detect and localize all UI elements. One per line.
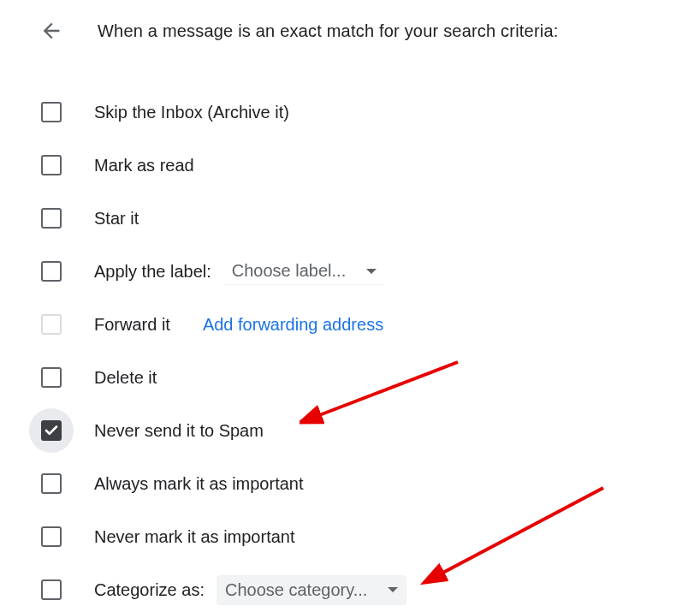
label-never-important: Never mark it as important <box>94 527 295 547</box>
checkbox-star-it[interactable] <box>39 206 63 230</box>
back-arrow-icon[interactable] <box>39 19 63 43</box>
dropdown-choose-label[interactable]: Choose label... <box>223 258 385 285</box>
label-delete-it: Delete it <box>94 368 157 388</box>
option-apply-label: Apply the label: Choose label... <box>0 245 700 298</box>
checkbox-categorize-as[interactable] <box>39 578 63 602</box>
checkbox-always-important[interactable] <box>39 472 63 496</box>
checkbox-mark-read[interactable] <box>39 153 63 177</box>
label-always-important: Always mark it as important <box>94 474 304 494</box>
option-never-important: Never mark it as important <box>0 510 700 563</box>
label-star-it: Star it <box>94 209 139 229</box>
caret-down-icon <box>388 587 398 592</box>
checkbox-never-spam[interactable] <box>39 419 63 443</box>
text-categorize-as: Categorize as: <box>94 580 205 600</box>
label-mark-read: Mark as read <box>94 156 194 175</box>
label-forward-it: Forward it Add forwarding address <box>94 315 383 335</box>
option-categorize-as: Categorize as: Choose category... <box>0 563 700 612</box>
option-never-spam: Never send it to Spam <box>0 404 700 457</box>
dropdown-choose-category-text: Choose category... <box>225 580 367 600</box>
label-apply-label: Apply the label: Choose label... <box>94 258 385 285</box>
filter-options-list: Skip the Inbox (Archive it) Mark as read… <box>0 43 700 612</box>
header-title: When a message is an exact match for you… <box>98 21 559 41</box>
option-always-important: Always mark it as important <box>0 457 700 510</box>
option-delete-it: Delete it <box>0 351 700 404</box>
checkbox-skip-inbox[interactable] <box>39 100 63 124</box>
option-skip-inbox: Skip the Inbox (Archive it) <box>0 86 700 139</box>
label-skip-inbox: Skip the Inbox (Archive it) <box>94 103 289 122</box>
caret-down-icon <box>366 269 377 274</box>
text-forward-it: Forward it <box>94 315 170 335</box>
text-apply-label: Apply the label: <box>94 262 211 282</box>
checkbox-forward-it[interactable] <box>39 312 63 336</box>
checkbox-apply-label[interactable] <box>39 259 63 283</box>
link-add-forwarding-address[interactable]: Add forwarding address <box>203 315 383 335</box>
checkbox-delete-it[interactable] <box>39 365 63 389</box>
dropdown-choose-category[interactable]: Choose category... <box>217 575 406 605</box>
label-categorize-as: Categorize as: Choose category... <box>94 575 406 605</box>
checkbox-never-important[interactable] <box>39 525 63 549</box>
label-never-spam: Never send it to Spam <box>94 421 264 441</box>
dropdown-choose-label-text: Choose label... <box>232 261 346 281</box>
option-mark-read: Mark as read <box>0 139 700 192</box>
option-forward-it: Forward it Add forwarding address <box>0 298 700 351</box>
filter-header: When a message is an exact match for you… <box>0 0 700 43</box>
option-star-it: Star it <box>0 192 700 245</box>
